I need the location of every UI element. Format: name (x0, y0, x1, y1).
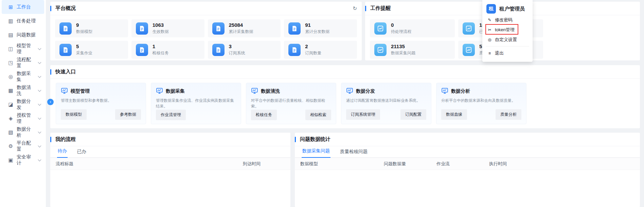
avatar: 租 (486, 4, 496, 14)
chart-icon (463, 44, 475, 56)
security-audit-icon: ▣ (8, 157, 14, 163)
my-process-tabs: 待办 已办 (50, 146, 290, 158)
problem-stats-table-header: 数据模型 问题数据量 作业流 执行时间 (295, 158, 640, 170)
menu-item-token-manage[interactable]: ✂ token管理 (482, 25, 533, 35)
quick-card-data-analysis: 数据分析 分析平台中的数据来源和去向及数据质量。 数据血缘 质量分析 (436, 83, 526, 124)
section-title: 工作提醒 (370, 5, 391, 12)
chevron-left-icon: ‹ (50, 99, 51, 104)
sidebar-item-flow-config[interactable]: ◳ 流程配置 (2, 56, 44, 70)
subscribe-system-manage-button[interactable]: 订阅系统管理 (346, 109, 380, 120)
stat-value: 0 (391, 22, 411, 28)
sidebar-item-label: 授权管理 (17, 112, 35, 125)
stat-tile: 25084累计采集数据 (208, 19, 281, 37)
quick-card-desc: 对平台中的数据进行质量检核、相似数据检索。 (251, 98, 331, 110)
document-icon (59, 22, 72, 35)
edit-password-icon: ✎ (487, 18, 492, 22)
sidebar-item-label: 安全审计 (17, 154, 35, 166)
sidebar-item-label: 平台配置 (17, 140, 35, 152)
sidebar-item-workbench[interactable]: ⊞ 工作台 (2, 0, 44, 14)
sidebar-collapse-button[interactable]: ‹ (47, 99, 54, 105)
stat-value: 91 (305, 22, 329, 28)
sidebar-item-auth-manage[interactable]: ◈ 授权管理 (2, 111, 44, 125)
quick-card-desc: 通过订阅配置将数据推送到目标业务系统。 (346, 98, 426, 104)
tab-quality-issues[interactable]: 质量检核问题 (339, 149, 368, 158)
quick-entry-header: 快速入口 (50, 65, 640, 79)
stat-value: 5 (76, 43, 92, 49)
check-task-button[interactable]: 检核任务 (251, 110, 277, 120)
menu-divider (486, 46, 529, 46)
sidebar-item-data-distribute[interactable]: ◪ 数据分发 (2, 97, 44, 111)
menu-item-logout[interactable]: ≡ 退出 (482, 48, 533, 58)
jobflow-manage-button[interactable]: 作业流管理 (156, 110, 186, 120)
quality-analysis-button[interactable]: 质量分析 (496, 109, 521, 120)
chevron-down-icon (38, 102, 41, 106)
document-icon (136, 22, 148, 35)
platform-config-icon: ⚙ (8, 143, 14, 149)
data-model-button[interactable]: 数据模型 (61, 109, 87, 120)
stat-label: 检核任务 (153, 50, 169, 56)
sidebar-item-task-handling[interactable]: ▥ 任务处理 (2, 14, 44, 28)
sidebar-item-data-collect[interactable]: ◎ 数据采集 (2, 70, 44, 83)
quick-entry-cards: 模型管理 管理主数据模型和参考数据。 数据模型 参考数据 数据采集 管理数据采集… (50, 79, 640, 128)
menu-item-custom-settings[interactable]: ◎ 自定义设置 (482, 35, 533, 44)
data-distribute-icon: ◪ (8, 101, 14, 108)
column-header-process-title: 流程标题 (56, 161, 243, 167)
sidebar-item-model-manage[interactable]: ◫ 模型管理 (2, 42, 44, 56)
stat-value: 21135 (391, 43, 415, 49)
refresh-icon[interactable]: ↻ (353, 5, 357, 12)
stat-value: 25084 (229, 22, 253, 28)
stat-label: 数据模型 (76, 29, 92, 35)
tab-todo[interactable]: 待办 (57, 148, 68, 158)
data-lineage-button[interactable]: 数据血缘 (441, 109, 467, 120)
chevron-down-icon (38, 116, 41, 119)
reference-data-button[interactable]: 参考数据 (115, 109, 141, 120)
stat-tile: 1检核任务 (131, 41, 204, 59)
flow-config-icon: ◳ (8, 60, 14, 66)
sidebar-item-security-audit[interactable]: ▣ 安全审计 (2, 153, 44, 167)
stat-label: 待处理流程 (391, 29, 411, 35)
sidebar-item-label: 工作台 (17, 4, 31, 10)
stat-label: 订阅系统 (229, 50, 245, 56)
chevron-down-icon (38, 130, 41, 133)
stat-tile: 3订阅系统 (208, 41, 281, 59)
sidebar-item-label: 数据分发 (17, 98, 35, 111)
data-analysis-icon: ▧ (8, 129, 14, 135)
quick-card-data-clean: 数据清洗 对平台中的数据进行质量检核、相似数据检索。 检核任务 相似检索 (246, 83, 336, 124)
quick-card-title: 数据分发 (356, 88, 375, 94)
quick-card-title: 模型管理 (71, 88, 90, 94)
my-process-table-header: 流程标题 到达时间 (50, 158, 290, 170)
subscribe-config-button[interactable]: 订阅配置 (400, 109, 426, 120)
stat-value: 1 (153, 43, 169, 49)
tab-done[interactable]: 已办 (76, 149, 87, 158)
problem-stats-header: 问题数据统计 (295, 133, 640, 146)
section-title: 平台概况 (55, 5, 76, 12)
section-title: 问题数据统计 (300, 136, 330, 143)
sidebar-item-platform-config[interactable]: ⚙ 平台配置 (2, 139, 44, 153)
sidebar-item-data-clean[interactable]: ▦ 数据清洗 (2, 83, 44, 97)
custom-settings-icon: ◎ (487, 37, 492, 42)
quick-card-title: 数据采集 (166, 88, 185, 94)
sidebar-item-data-analysis[interactable]: ▧ 数据分析 (2, 125, 44, 139)
stat-label: 数据采集问题 (391, 50, 415, 56)
model-icon: ◫ (8, 46, 14, 52)
token-manage-icon: ✂ (487, 27, 492, 32)
tab-collect-issues[interactable]: 数据采集问题 (302, 148, 330, 158)
quick-card-data-collect: 数据采集 管理数据采集作业流、作业流实例及数据采集结果。 作业流管理 (151, 83, 241, 124)
sidebar-item-label: 问题数据 (17, 32, 36, 38)
chevron-down-icon (38, 46, 41, 50)
sidebar-item-label: 数据采集 (17, 71, 35, 83)
sidebar-item-label: 数据分析 (17, 126, 35, 138)
sidebar-item-issue-data[interactable]: ▤ 问题数据 (2, 28, 44, 42)
stat-tile: 1063生效数据 (131, 19, 204, 37)
stat-value: 3 (229, 43, 245, 49)
menu-item-label: token管理 (495, 27, 515, 33)
logout-icon: ≡ (487, 51, 492, 56)
chart-icon (374, 44, 387, 56)
similar-search-button[interactable]: 相似检索 (305, 110, 331, 120)
my-process-header: 我的流程 (50, 133, 290, 146)
user-menu-trigger[interactable]: 租 租户管理员 (482, 3, 533, 15)
menu-item-change-password[interactable]: ✎ 修改密码 (482, 15, 533, 25)
document-icon (212, 44, 225, 56)
quick-card-data-distribute: 数据分发 通过订阅配置将数据推送到目标业务系统。 订阅系统管理 订阅配置 (341, 83, 431, 124)
column-header-data-model: 数据模型 (300, 161, 384, 167)
